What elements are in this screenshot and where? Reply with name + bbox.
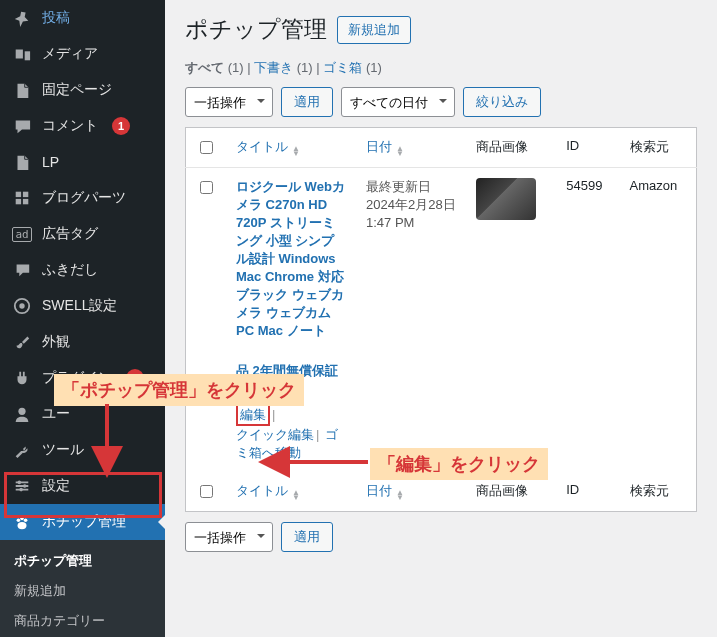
sidebar-item-2[interactable]: 固定ページ [0, 72, 165, 108]
page-title: ポチップ管理 [185, 14, 327, 45]
row-date-label: 最終更新日 [366, 179, 431, 194]
sidebar-item-label: ポチップ管理 [42, 513, 126, 531]
bulk-action-select[interactable]: 一括操作 [185, 87, 273, 117]
apply-button[interactable]: 適用 [281, 87, 333, 117]
sidebar-item-1[interactable]: メディア [0, 36, 165, 72]
annotation-box-edit: 編集 [236, 404, 270, 426]
annotation-label-edit: 「編集」をクリック [370, 448, 548, 480]
filter-button[interactable]: 絞り込み [463, 87, 541, 117]
select-all-top[interactable] [200, 141, 213, 154]
row-action-edit[interactable]: 編集 [240, 407, 266, 422]
sidebar-item-label: ふきだし [42, 261, 98, 279]
annotation-arrow-edit [268, 454, 372, 474]
filter-draft[interactable]: 下書き [254, 60, 293, 75]
svg-point-11 [17, 518, 21, 522]
sidebar-item-label: 設定 [42, 477, 70, 495]
svg-point-7 [18, 408, 25, 415]
comment-icon [12, 116, 32, 136]
annotation-label-pochipp: 「ポチップ管理」をクリック [54, 374, 304, 406]
filter-trash-count: (1) [366, 60, 382, 75]
paw-icon [12, 512, 32, 532]
submenu-item-2[interactable]: 商品カテゴリー [0, 606, 165, 636]
plug-icon [12, 368, 32, 388]
col-id-foot: ID [556, 472, 619, 512]
sidebar-item-label: メディア [42, 45, 98, 63]
sidebar-item-label: ブログパーツ [42, 189, 126, 207]
svg-rect-2 [23, 192, 28, 197]
sidebar-item-13[interactable]: 設定 [0, 468, 165, 504]
tablenav-bottom: 一括操作 適用 [185, 522, 697, 552]
annotation-arrow-pochipp [95, 404, 125, 474]
row-checkbox[interactable] [200, 181, 213, 194]
sidebar-item-5[interactable]: ブログパーツ [0, 180, 165, 216]
filter-all-count: (1) [228, 60, 244, 75]
sidebar-item-label: ツール [42, 441, 84, 459]
col-title[interactable]: タイトル▲▼ [226, 128, 356, 168]
col-source-foot: 検索元 [620, 472, 697, 512]
svg-point-0 [18, 52, 20, 54]
sidebar-item-4[interactable]: LP [0, 144, 165, 180]
sidebar-item-label: コメント [42, 117, 98, 135]
row-thumbnail [476, 178, 536, 220]
submenu-item-0[interactable]: ポチップ管理 [0, 546, 165, 576]
ad-icon: ad [12, 224, 32, 244]
sidebar-item-label: LP [42, 154, 59, 170]
col-image: 商品画像 [466, 128, 556, 168]
admin-sidebar: 投稿メディア固定ページコメント1LPブログパーツad広告タグふきだしSWELL設… [0, 0, 165, 637]
svg-rect-4 [23, 199, 28, 204]
sidebar-item-12[interactable]: ツール [0, 432, 165, 468]
sidebar-item-0[interactable]: 投稿 [0, 0, 165, 36]
sidebar-item-label: 投稿 [42, 9, 70, 27]
sidebar-item-8[interactable]: SWELL設定 [0, 288, 165, 324]
sidebar-item-label: SWELL設定 [42, 297, 117, 315]
sliders-icon [12, 476, 32, 496]
status-filter-links: すべて (1) | 下書き (1) | ゴミ箱 (1) [185, 59, 697, 77]
add-new-button[interactable]: 新規追加 [337, 16, 411, 44]
bubble-icon [12, 260, 32, 280]
sidebar-item-7[interactable]: ふきだし [0, 252, 165, 288]
pin-icon [12, 8, 32, 28]
media-icon [12, 44, 32, 64]
sidebar-badge: 1 [112, 117, 130, 135]
wrench-icon [12, 440, 32, 460]
sidebar-item-label: ユー [42, 405, 70, 423]
row-date-time: 1:47 PM [366, 215, 414, 230]
swell-icon [12, 296, 32, 316]
svg-rect-3 [16, 199, 21, 204]
table-row: ロジクール Webカメラ C270n HD 720P ストリーミング 小型 シン… [186, 168, 697, 473]
sidebar-item-6[interactable]: ad広告タグ [0, 216, 165, 252]
select-all-bottom[interactable] [200, 485, 213, 498]
date-filter-select[interactable]: すべての日付 [341, 87, 455, 117]
apply-button-bottom[interactable]: 適用 [281, 522, 333, 552]
row-date-value: 2024年2月28日 [366, 197, 456, 212]
row-title-link[interactable]: ロジクール Webカメラ C270n HD 720P ストリーミング 小型 シン… [236, 179, 345, 338]
filter-trash[interactable]: ゴミ箱 [323, 60, 362, 75]
filter-all[interactable]: すべて [185, 60, 224, 75]
bulk-action-select-bottom[interactable]: 一括操作 [185, 522, 273, 552]
col-id: ID [556, 128, 619, 168]
row-id: 54599 [556, 168, 619, 473]
grid-icon [12, 188, 32, 208]
svg-rect-1 [16, 192, 21, 197]
sidebar-item-label: 外観 [42, 333, 70, 351]
main-content: ポチップ管理 新規追加 すべて (1) | 下書き (1) | ゴミ箱 (1) … [165, 0, 717, 637]
brush-icon [12, 332, 32, 352]
sidebar-item-14[interactable]: ポチップ管理 [0, 504, 165, 540]
svg-point-9 [23, 484, 27, 488]
svg-point-8 [18, 481, 22, 485]
sidebar-item-9[interactable]: 外観 [0, 324, 165, 360]
user-icon [12, 404, 32, 424]
col-title-foot[interactable]: タイトル▲▼ [226, 472, 356, 512]
col-date[interactable]: 日付▲▼ [356, 128, 466, 168]
sidebar-item-3[interactable]: コメント1 [0, 108, 165, 144]
filter-draft-count: (1) [297, 60, 313, 75]
svg-point-10 [19, 488, 23, 492]
svg-point-12 [20, 517, 24, 521]
submenu-item-1[interactable]: 新規追加 [0, 576, 165, 606]
svg-point-6 [19, 303, 24, 308]
row-action-quick-edit[interactable]: クイック編集 [236, 427, 314, 442]
tablenav-top: 一括操作 適用 すべての日付 絞り込み [185, 87, 697, 117]
page-icon [12, 152, 32, 172]
col-source: 検索元 [620, 128, 697, 168]
sidebar-item-label: 固定ページ [42, 81, 112, 99]
